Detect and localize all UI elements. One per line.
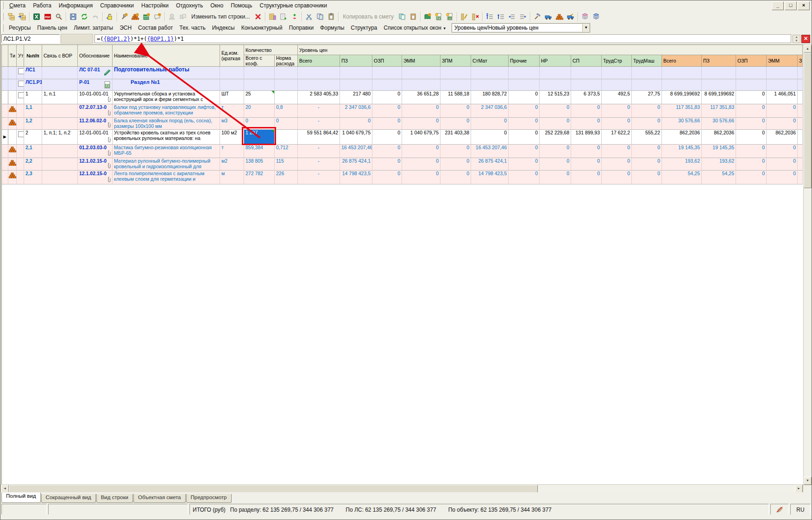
toolbar-grip[interactable] (1, 2, 4, 9)
value-cell[interactable] (736, 67, 767, 79)
row-selector[interactable] (2, 79, 8, 91)
value-cell[interactable]: 0 (372, 104, 402, 118)
justification-cell[interactable]: 12.1.02.15-0 (78, 158, 113, 171)
row-selector[interactable] (2, 171, 8, 184)
value-cell[interactable] (798, 171, 803, 184)
unit-cell[interactable]: ШТ (220, 91, 244, 104)
works-icon[interactable] (532, 11, 543, 22)
view-tab-1[interactable]: Полный вид (1, 493, 41, 503)
toolbar-grip[interactable] (1, 13, 4, 20)
value-cell[interactable]: 0 (571, 171, 602, 184)
formula-input[interactable]: =({ВОР1.2})*1+({ВОР1.1})*1 (94, 34, 791, 43)
value-cell[interactable]: 0 (736, 158, 767, 171)
quantity-cell[interactable]: 1 207 (244, 130, 275, 145)
name-cell[interactable]: Укрупнительная сборка и установка констр… (113, 91, 220, 104)
unit-cell[interactable]: м (220, 171, 244, 184)
row-header-corner[interactable] (2, 45, 8, 67)
row-number-cell[interactable]: 1,1 (24, 104, 42, 118)
value-cell[interactable] (571, 79, 602, 91)
add-material-icon[interactable] (130, 11, 141, 22)
paste-doc-icon[interactable] (408, 11, 419, 22)
row-checkbox[interactable] (18, 68, 24, 74)
value-cell[interactable]: 0 (736, 130, 767, 145)
value-cell[interactable]: 8 699,199692 (702, 91, 736, 104)
approve-cell[interactable] (17, 145, 24, 158)
value-cell[interactable]: 0 (509, 104, 540, 118)
value-cell[interactable]: 6 373,5 (571, 91, 602, 104)
unit-cell[interactable] (220, 67, 244, 79)
value-cell[interactable]: - (298, 158, 340, 171)
copy-doc-icon[interactable] (397, 11, 408, 22)
layers-blue-icon[interactable] (591, 11, 602, 22)
value-cell[interactable]: 0 (540, 145, 571, 158)
value-cell[interactable]: 30 576,66 (702, 118, 736, 130)
value-cell[interactable]: 0 (372, 91, 402, 104)
excel-export-icon[interactable] (31, 11, 42, 22)
menu-item-6[interactable]: Отдохнуть (172, 1, 207, 10)
row-selector[interactable] (2, 67, 8, 79)
panel-button-9[interactable]: Поправки (286, 24, 317, 32)
panel-button-2[interactable]: Панель цен (34, 24, 70, 32)
justification-cell[interactable]: 12.1.02.15-0 (78, 171, 113, 184)
value-cell[interactable]: 0 (767, 145, 798, 158)
value-cell[interactable] (662, 79, 702, 91)
view-tab-3[interactable]: Вид строки (96, 494, 133, 503)
value-cell[interactable]: 14 798 423,5 (471, 171, 509, 184)
menu-item-9[interactable]: Структурные справочники (256, 1, 331, 10)
justification-cell[interactable]: 10-01-001-01 (78, 91, 113, 104)
value-cell[interactable]: 36 651,28 (402, 91, 441, 104)
value-cell[interactable]: 0 (602, 158, 632, 171)
scroll-down-icon[interactable]: ▼ (804, 477, 812, 485)
add-work-icon[interactable] (119, 11, 130, 22)
row-type-cell[interactable] (8, 118, 17, 130)
row-number-cell[interactable]: 2,2 (24, 158, 42, 171)
cut-icon[interactable] (303, 11, 315, 22)
row-type-cell[interactable] (8, 67, 17, 79)
resource-calc-icon[interactable] (267, 11, 278, 22)
level-right-icon[interactable] (517, 11, 529, 22)
machines-icon[interactable] (543, 11, 554, 22)
panel-button-1[interactable]: Ресурсы (6, 24, 34, 32)
name-cell[interactable]: Устройство кровель скатных из трех слоев… (113, 130, 220, 145)
unit-cell[interactable]: м2 (220, 158, 244, 171)
vor-link-cell[interactable] (42, 79, 78, 91)
value-cell[interactable]: 217 480 (340, 91, 372, 104)
value-cell[interactable] (798, 118, 803, 130)
delete-row-icon[interactable] (252, 11, 264, 22)
panel-button-7[interactable]: Индексы (209, 24, 238, 32)
value-cell[interactable]: 0 (632, 118, 662, 130)
name-cell[interactable]: Балки под установку направляющих лифтов,… (113, 104, 220, 118)
name-cell[interactable]: Раздел №1 (113, 79, 220, 91)
vertical-scroll-thumb[interactable] (804, 53, 812, 188)
vor-link-cell[interactable] (42, 171, 78, 184)
value-cell[interactable]: 1 040 679,75 (340, 130, 372, 145)
norm-cell[interactable] (275, 130, 298, 145)
value-cell[interactable]: 0 (509, 91, 540, 104)
quantity-cell[interactable] (244, 79, 275, 91)
approve-cell[interactable] (17, 130, 24, 145)
menu-item-7[interactable]: Окно (207, 1, 227, 10)
value-cell[interactable] (402, 79, 441, 91)
value-cell[interactable]: 0 (736, 91, 767, 104)
value-cell[interactable]: 0 (767, 118, 798, 130)
copy-icon[interactable] (315, 11, 326, 22)
value-cell[interactable]: 862,2036 (767, 130, 798, 145)
view-tab-2[interactable]: Сокращенный вид (41, 494, 96, 503)
plus-minus-icon[interactable] (289, 11, 300, 22)
value-cell[interactable]: 0 (340, 118, 372, 130)
value-cell[interactable]: 1 466,051 (767, 91, 798, 104)
value-cell[interactable]: 117 351,83 (702, 104, 736, 118)
value-cell[interactable]: 0 (402, 118, 441, 130)
view-tab-4[interactable]: Объектная смета (133, 494, 186, 503)
doc-p-icon[interactable]: P (433, 11, 444, 22)
value-cell[interactable]: 252 229,68 (540, 130, 571, 145)
scroll-right-icon[interactable]: ► (795, 485, 803, 493)
norm-cell[interactable]: 115 (275, 158, 298, 171)
justification-cell[interactable]: ЛС 07-01 (78, 67, 113, 79)
name-cell[interactable]: Балка клееная хвойных пород (ель, сосна)… (113, 118, 220, 130)
value-cell[interactable]: 0 (441, 104, 471, 118)
value-cell[interactable] (702, 67, 736, 79)
approve-cell[interactable] (17, 118, 24, 130)
value-cell[interactable]: 0 (372, 145, 402, 158)
value-cell[interactable] (632, 67, 662, 79)
